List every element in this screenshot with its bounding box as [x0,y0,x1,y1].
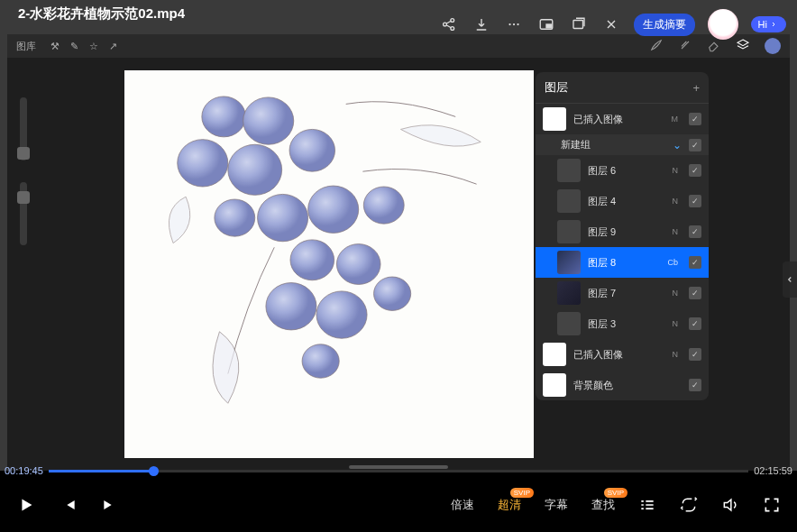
layers-icon[interactable] [736,38,750,54]
layer-thumbnail [557,281,581,305]
layer-name: 图层 8 [588,256,660,270]
layer-thumbnail [543,373,566,397]
svg-point-16 [308,186,359,233]
layer-blend: M [672,115,679,124]
svg-point-5 [517,23,518,25]
brush-sliders [20,97,29,245]
layer-row[interactable]: 已插入图像M✓ [536,104,709,134]
pip-icon[interactable] [536,14,556,34]
download-icon[interactable] [472,14,491,34]
layer-group[interactable]: 新建组⌄✓ [536,134,709,155]
layer-visible-checkbox[interactable]: ✓ [689,225,701,238]
layer-thumbnail [557,251,581,274]
fullscreen-icon[interactable] [763,496,781,514]
layer-visible-checkbox[interactable]: ✓ [689,256,701,269]
layers-panel: 图层 + 已插入图像M✓新建组⌄✓图层 6N✓图层 4N✓图层 9N✓图层 8C… [536,72,709,400]
layer-visible-checkbox[interactable]: ✓ [689,287,701,299]
layer-name: 图层 7 [588,287,665,300]
svg-point-21 [316,291,367,338]
layer-blend: N [673,289,679,298]
svg-point-9 [202,96,246,137]
layer-blend: N [673,197,679,206]
progress-bar[interactable]: 00:19:45 02:15:59 [0,463,797,478]
layer-name: 图层 6 [588,164,665,178]
layer-row[interactable]: 已插入图像N✓ [536,339,709,370]
more-icon[interactable] [504,14,524,34]
hi-label: Hi [758,19,767,30]
svip-badge: SVIP [510,488,534,498]
svg-point-19 [336,244,380,285]
brush-icon[interactable] [649,38,664,54]
layer-row[interactable]: 图层 7N✓ [536,278,709,308]
add-layer-button[interactable]: + [692,81,700,95]
layer-visible-checkbox[interactable]: ✓ [689,317,701,330]
svg-point-14 [215,199,255,236]
color-swatch[interactable] [765,38,781,54]
svg-point-11 [178,140,228,187]
svg-point-3 [508,23,510,25]
current-time: 00:19:45 [5,465,43,476]
playlist-icon[interactable] [638,496,656,514]
wrench-icon[interactable]: ⚒ [50,41,60,52]
summary-button[interactable]: 生成摘要 [634,14,695,36]
svg-point-12 [228,144,282,195]
layer-name: 图层 4 [588,195,665,208]
layer-visible-checkbox[interactable]: ✓ [689,164,701,177]
smudge-icon[interactable] [678,38,692,54]
side-expand-button[interactable] [783,261,797,298]
window-icon[interactable] [569,14,589,34]
avatar[interactable] [708,9,738,40]
select-icon[interactable]: ☆ [89,41,98,52]
layer-name: 图层 9 [588,225,665,239]
layer-row[interactable]: 图层 3N✓ [536,308,709,339]
layer-name: 背景颜色 [573,379,671,392]
svg-point-20 [266,283,316,330]
layer-visible-checkbox[interactable]: ✓ [689,379,701,391]
speed-button[interactable]: 倍速 [451,497,474,513]
prev-button[interactable] [60,496,78,514]
svg-point-23 [302,344,339,378]
search-button[interactable]: SVIP 查找 [591,497,615,513]
share-icon[interactable] [439,14,459,34]
library-button[interactable]: 图库 [16,40,36,53]
svip-badge: SVIP [604,488,628,498]
layer-thumbnail [557,189,581,213]
layer-blend: N [673,227,679,236]
canvas[interactable] [124,70,534,458]
loop-icon[interactable] [680,496,698,514]
layer-thumbnail [557,220,581,243]
svg-rect-7 [546,24,551,28]
hi-button[interactable]: Hi [751,16,786,32]
layer-name: 已插入图像 [573,113,664,126]
layer-row[interactable]: 图层 8Cb✓ [536,247,709,278]
svg-point-4 [512,23,514,25]
video-title: 2-水彩花卉植物示范02.mp4 [18,5,185,23]
subtitle-button[interactable]: 字幕 [545,497,568,513]
layer-thumbnail [543,107,566,131]
layer-blend: Cb [667,258,678,267]
layer-row[interactable]: 图层 6N✓ [536,155,709,186]
opacity-slider[interactable] [20,182,27,245]
layer-visible-checkbox[interactable]: ✓ [689,113,701,125]
layer-visible-checkbox[interactable]: ✓ [689,195,701,207]
quality-button[interactable]: SVIP 超清 [498,497,521,513]
svg-point-15 [258,194,308,241]
volume-icon[interactable] [721,496,739,514]
total-time: 02:15:59 [754,465,792,476]
size-slider[interactable] [20,97,27,161]
layer-row[interactable]: 图层 4N✓ [536,186,709,216]
layer-thumbnail [557,159,581,182]
svg-rect-8 [573,21,583,29]
eraser-icon[interactable] [707,38,721,54]
layer-thumbnail [557,312,581,335]
svg-point-13 [289,129,334,171]
arrow-icon[interactable]: ↗ [109,41,117,52]
layer-blend: N [673,166,679,175]
close-icon[interactable] [601,14,621,34]
next-button[interactable] [101,496,119,514]
layer-visible-checkbox[interactable]: ✓ [689,348,701,361]
adjust-icon[interactable]: ✎ [70,41,78,52]
layer-row[interactable]: 背景颜色✓ [536,370,709,400]
layer-row[interactable]: 图层 9N✓ [536,216,709,247]
play-button[interactable] [16,495,36,515]
